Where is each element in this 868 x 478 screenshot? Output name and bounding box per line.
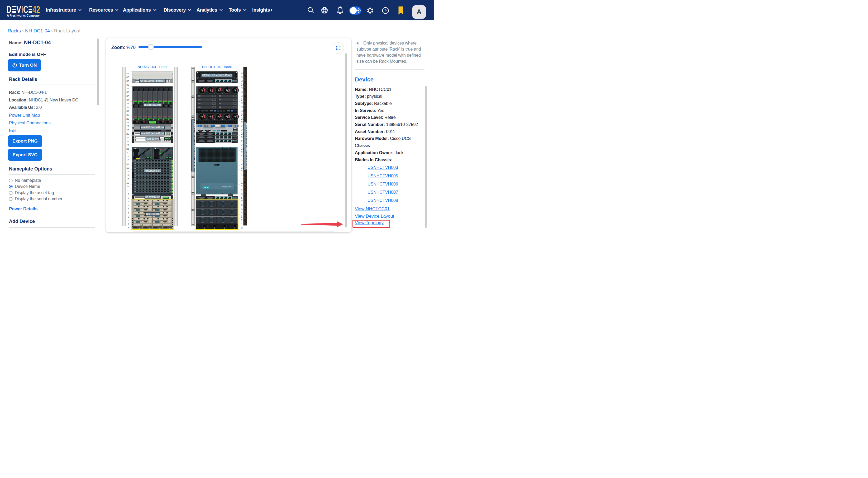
svg-text:8: 8 — [241, 196, 243, 199]
svg-text:9: 9 — [241, 192, 243, 196]
svg-text:3: 3 — [128, 215, 129, 218]
svg-text:1: 1 — [128, 223, 129, 226]
svg-text:18: 18 — [126, 159, 129, 162]
svg-text:33: 33 — [126, 102, 129, 105]
svg-text:40: 40 — [126, 76, 129, 78]
svg-text:9: 9 — [128, 193, 129, 196]
svg-text:38: 38 — [126, 83, 129, 86]
svg-text:A Freshworks Company: A Freshworks Company — [7, 13, 40, 18]
svg-text:5: 5 — [241, 207, 243, 210]
svg-text:Catalyst 6500: Catalyst 6500 — [221, 185, 231, 188]
svg-text:21: 21 — [126, 147, 129, 150]
svg-text:0: 0 — [241, 226, 243, 230]
svg-text:4: 4 — [241, 211, 243, 214]
svg-text:USNHCTC0001: USNHCTC0001 — [144, 104, 161, 106]
svg-text:39: 39 — [126, 79, 129, 82]
svg-text:NHCTCORE01: NHCTCORE01 — [145, 169, 161, 172]
svg-text:7: 7 — [128, 200, 129, 203]
svg-text:10: 10 — [126, 189, 129, 192]
svg-text:36: 36 — [126, 91, 129, 94]
svg-text:20: 20 — [126, 151, 129, 154]
svg-text:prod-vert-pdu-01 / ZA073700768: prod-vert-pdu-01 / ZA0737007687 / 10.42.… — [246, 123, 249, 169]
svg-text:?: ? — [384, 8, 386, 13]
svg-text:37: 37 — [126, 87, 129, 90]
svg-text:CISCO SYSTEMS: CISCO SYSTEMS — [203, 185, 209, 186]
svg-text:6: 6 — [241, 204, 243, 207]
svg-text:2: 2 — [241, 219, 243, 222]
svg-text:25: 25 — [126, 132, 129, 135]
svg-text:esxi-016.device42.pvt: esxi-016.device42.pvt — [142, 126, 164, 129]
svg-text:dev-vert-220v-pdu-01 / ZA10470: dev-vert-220v-pdu-01 / ZA1047003969 / 10… — [193, 121, 196, 170]
svg-text:34: 34 — [126, 98, 129, 101]
svg-text:28: 28 — [126, 121, 129, 124]
svg-text:27: 27 — [126, 125, 129, 128]
svg-text:32: 32 — [126, 106, 129, 109]
svg-text:NH-DC1-04 - Front: NH-DC1-04 - Front — [137, 65, 167, 69]
svg-text:4: 4 — [128, 211, 129, 214]
svg-text:22: 22 — [126, 144, 129, 146]
svg-text:wh-lab-sw-02 - Switch 3: wh-lab-sw-02 - Switch 3 — [140, 79, 165, 82]
svg-text:30: 30 — [126, 113, 129, 116]
svg-text:esxi-90-0-6: esxi-90-0-6 — [147, 137, 159, 140]
svg-text:26: 26 — [126, 129, 129, 132]
svg-text:3: 3 — [241, 215, 243, 218]
svg-text:35: 35 — [126, 95, 129, 98]
svg-text:13: 13 — [126, 178, 129, 180]
svg-text:23: 23 — [126, 140, 129, 143]
svg-text:5: 5 — [128, 208, 129, 210]
svg-text:24: 24 — [126, 136, 129, 139]
svg-text:NHCTCC01: NHCTCC01 — [146, 213, 159, 215]
svg-text:14: 14 — [126, 174, 129, 176]
svg-text:7: 7 — [241, 200, 243, 203]
svg-text:31: 31 — [126, 110, 129, 112]
svg-text:NH-DC1-04 - Back: NH-DC1-04 - Back — [202, 65, 232, 69]
svg-text:12: 12 — [126, 181, 129, 184]
svg-text:16: 16 — [126, 166, 129, 169]
svg-text:8: 8 — [128, 196, 129, 199]
svg-text:6: 6 — [128, 204, 129, 207]
svg-text:29: 29 — [126, 117, 129, 120]
svg-text:11: 11 — [127, 185, 129, 188]
svg-text:19: 19 — [126, 155, 129, 158]
svg-text:series: series — [231, 186, 235, 187]
svg-text:nh-hyperv-02: nh-hyperv-02 — [145, 196, 160, 198]
svg-text:DC1R1PP1 - Patch Panel: DC1R1PP1 - Patch Panel — [203, 74, 231, 77]
svg-text:0: 0 — [128, 227, 129, 230]
svg-text:17: 17 — [126, 162, 129, 165]
svg-text:15: 15 — [126, 170, 129, 173]
svg-text:2: 2 — [128, 219, 129, 222]
svg-text:41: 41 — [126, 72, 129, 75]
svg-text:1: 1 — [241, 223, 243, 226]
svg-text:esxi-004.device42.pvt: esxi-004.device42.pvt — [142, 132, 164, 135]
